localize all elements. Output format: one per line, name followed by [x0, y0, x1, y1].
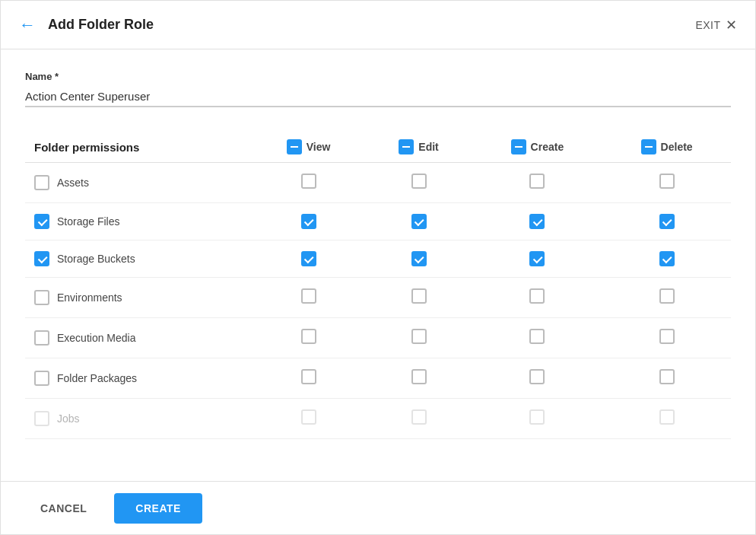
view-checkbox[interactable] [301, 409, 316, 425]
delete-checkbox[interactable] [659, 409, 675, 425]
delete-checkbox[interactable] [659, 214, 675, 229]
edit-checkbox[interactable] [411, 288, 427, 304]
edit-cell [365, 203, 472, 240]
delete-cell [602, 203, 731, 240]
row-label-cell: Execution Media [25, 318, 252, 358]
edit-checkbox[interactable] [411, 369, 427, 384]
row-label-text: Storage Buckets [57, 253, 135, 265]
name-input[interactable] [25, 87, 731, 107]
row-label-text: Folder Packages [57, 372, 137, 384]
create-toggle-minus[interactable] [511, 139, 526, 154]
create-checkbox[interactable] [529, 369, 545, 384]
delete-col-header: Delete [602, 132, 731, 163]
create-checkbox[interactable] [529, 174, 545, 189]
create-cell [472, 278, 603, 318]
create-checkbox[interactable] [529, 251, 545, 266]
row-checkbox[interactable] [34, 411, 49, 426]
edit-checkbox[interactable] [411, 251, 427, 266]
view-checkbox[interactable] [301, 251, 316, 266]
create-checkbox[interactable] [529, 329, 545, 344]
delete-checkbox[interactable] [659, 329, 675, 344]
delete-checkbox[interactable] [659, 369, 675, 384]
edit-checkbox[interactable] [411, 214, 427, 229]
view-toggle-minus[interactable] [287, 139, 302, 154]
delete-checkbox[interactable] [659, 174, 675, 189]
view-cell [252, 240, 366, 278]
row-checkbox[interactable] [34, 214, 49, 229]
view-cell [252, 203, 366, 240]
create-col-header: Create [472, 132, 603, 163]
edit-toggle-minus[interactable] [399, 139, 414, 154]
edit-cell [365, 278, 472, 318]
footer: CANCEL CREATE [1, 481, 755, 534]
create-cell [472, 318, 603, 358]
exit-label: EXIT [695, 19, 720, 31]
view-checkbox[interactable] [301, 329, 316, 344]
header: ← Add Folder Role EXIT ✕ [1, 1, 755, 49]
row-label-text: Environments [57, 291, 122, 304]
row-label-cell: Storage Files [25, 203, 252, 240]
create-checkbox[interactable] [529, 288, 545, 304]
row-label-text: Execution Media [57, 332, 136, 344]
row-checkbox[interactable] [34, 175, 49, 190]
edit-cell [365, 163, 472, 203]
table-row: Folder Packages [25, 358, 731, 399]
edit-checkbox[interactable] [411, 329, 427, 344]
view-checkbox[interactable] [301, 288, 316, 304]
view-cell [252, 358, 366, 399]
form-content: Name * Folder permissions View [1, 49, 755, 481]
view-cell [252, 278, 366, 318]
delete-cell [602, 399, 731, 439]
row-label-cell: Environments [25, 278, 252, 318]
permissions-table: Folder permissions View Edit [25, 132, 731, 439]
permissions-section: Folder permissions View Edit [25, 132, 731, 439]
view-checkbox[interactable] [301, 214, 316, 229]
permissions-col-header: Folder permissions [25, 132, 252, 163]
cancel-button[interactable]: CANCEL [25, 495, 102, 522]
delete-checkbox[interactable] [659, 251, 675, 266]
row-label-cell: Jobs [25, 399, 252, 439]
row-label-text: Assets [57, 177, 89, 189]
delete-cell [602, 240, 731, 278]
table-row: Storage Buckets [25, 240, 731, 278]
exit-button[interactable]: EXIT ✕ [695, 17, 737, 33]
edit-cell [365, 240, 472, 278]
delete-cell [602, 278, 731, 318]
back-button[interactable]: ← [19, 15, 36, 35]
delete-checkbox[interactable] [659, 288, 675, 304]
delete-cell [602, 318, 731, 358]
create-checkbox[interactable] [529, 214, 545, 229]
view-checkbox[interactable] [301, 369, 316, 384]
create-button[interactable]: CREATE [114, 493, 202, 524]
delete-toggle-minus[interactable] [641, 139, 656, 154]
edit-cell [365, 399, 472, 439]
table-row: Environments [25, 278, 731, 318]
view-cell [252, 163, 366, 203]
row-checkbox[interactable] [34, 371, 49, 386]
edit-checkbox[interactable] [411, 174, 427, 189]
table-row: Storage Files [25, 203, 731, 240]
view-col-header: View [252, 132, 366, 163]
edit-checkbox[interactable] [411, 409, 427, 425]
view-cell [252, 399, 366, 439]
row-label-text: Storage Files [57, 215, 119, 228]
table-row: Assets [25, 163, 731, 203]
name-field-label: Name * [25, 71, 731, 82]
row-checkbox[interactable] [34, 330, 49, 346]
create-checkbox[interactable] [529, 409, 545, 425]
row-label-cell: Folder Packages [25, 358, 252, 399]
edit-cell [365, 318, 472, 358]
row-checkbox[interactable] [34, 251, 49, 266]
add-folder-role-page: ← Add Folder Role EXIT ✕ Name * Folder p… [0, 0, 756, 535]
row-checkbox[interactable] [34, 290, 49, 305]
page-title: Add Folder Role [48, 17, 154, 33]
row-label-cell: Assets [25, 163, 252, 203]
create-cell [472, 240, 603, 278]
view-cell [252, 318, 366, 358]
header-left: ← Add Folder Role [19, 15, 154, 35]
delete-cell [602, 358, 731, 399]
view-checkbox[interactable] [301, 174, 316, 189]
row-label-cell: Storage Buckets [25, 240, 252, 278]
row-label-text: Jobs [57, 412, 80, 425]
close-icon: ✕ [726, 17, 738, 33]
